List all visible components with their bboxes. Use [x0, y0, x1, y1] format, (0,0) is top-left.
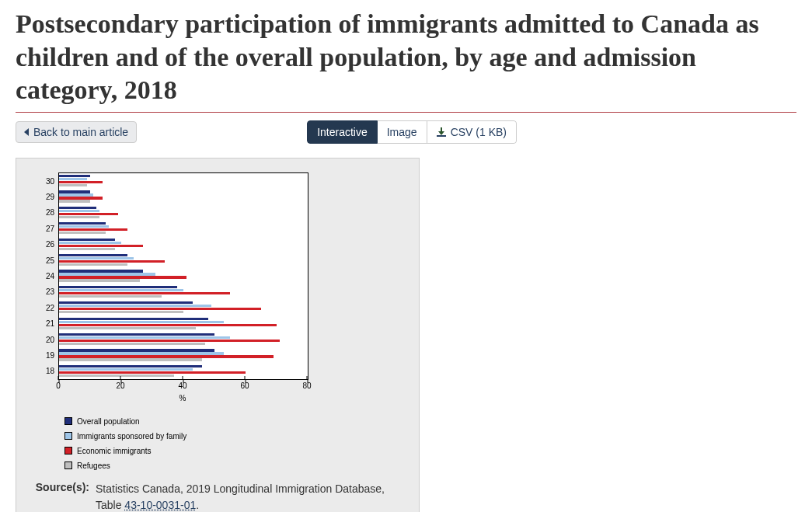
bar: [59, 321, 224, 323]
bar: [59, 213, 118, 215]
bar: [59, 374, 174, 377]
toolbar: Back to main article Interactive Image C…: [16, 120, 796, 144]
x-tick-mark: [245, 376, 246, 380]
bar: [59, 263, 127, 266]
bar: [59, 225, 109, 228]
bar: [59, 242, 121, 244]
bar: [59, 343, 205, 345]
x-tick-label: 0: [56, 381, 61, 390]
y-tick-label: 25: [46, 256, 54, 264]
bar: [59, 336, 230, 339]
bar: [59, 193, 93, 196]
page-title: Postsecondary participation of immigrant…: [16, 8, 796, 107]
bar: [59, 190, 90, 193]
bar: [59, 305, 211, 307]
chevron-left-icon: [24, 128, 29, 136]
bar: [59, 181, 103, 183]
bar: [59, 222, 106, 225]
bar: [59, 248, 115, 250]
bar: [59, 260, 165, 263]
bar: [59, 352, 224, 354]
legend-item-family: Immigrants sponsored by family: [64, 432, 408, 441]
x-tick-label: 80: [302, 381, 311, 390]
y-tick-label: 30: [46, 176, 54, 185]
bar: [59, 175, 90, 177]
download-icon: [437, 127, 446, 137]
y-tick-label: 29: [46, 193, 54, 201]
view-tabs: Interactive Image CSV (1 KB): [307, 120, 517, 144]
tab-csv[interactable]: CSV (1 KB): [427, 120, 517, 144]
y-tick-label: 19: [46, 350, 54, 359]
y-tick-label: 22: [46, 303, 54, 312]
y-tick-label: 20: [46, 335, 54, 343]
bar: [59, 349, 214, 351]
bar: [59, 301, 193, 304]
x-tick-mark: [120, 376, 121, 380]
bar: [59, 286, 177, 288]
bar: [59, 311, 183, 313]
bar: [59, 308, 261, 310]
bar: [59, 295, 162, 298]
bar: [59, 358, 202, 360]
bar: [59, 257, 134, 259]
source-text: Statistics Canada, 2019 Longitudinal Imm…: [96, 481, 391, 513]
bar: [59, 200, 90, 202]
chart-plot-area: 30292827262524232221201918: [58, 172, 308, 380]
bar: [59, 340, 280, 342]
chart-x-axis: % 020406080: [58, 380, 307, 406]
y-tick-label: 28: [46, 208, 54, 217]
chart-card: 30292827262524232221201918 % 020406080 O…: [16, 158, 420, 513]
bar: [59, 228, 127, 231]
bar: [59, 232, 106, 234]
y-tick-label: 23: [46, 287, 54, 296]
bar: [59, 270, 143, 272]
bar: [59, 279, 140, 281]
y-tick-label: 18: [46, 367, 54, 375]
bar: [59, 184, 87, 186]
source-label: Source(s):: [27, 481, 89, 513]
x-tick-mark: [183, 376, 183, 380]
bar: [59, 289, 183, 291]
tab-csv-label: CSV (1 KB): [451, 126, 507, 138]
legend-swatch-icon: [64, 461, 72, 469]
x-axis-title: %: [179, 394, 186, 402]
x-tick-label: 20: [116, 381, 124, 390]
legend-swatch-icon: [64, 432, 72, 440]
bar: [59, 273, 155, 275]
legend-item-overall: Overall population: [64, 417, 408, 426]
legend-label: Immigrants sponsored by family: [77, 432, 186, 441]
tab-interactive[interactable]: Interactive: [307, 120, 378, 144]
legend-swatch-icon: [64, 417, 72, 425]
bar: [59, 292, 230, 294]
bar: [59, 216, 99, 218]
x-tick-mark: [58, 376, 59, 380]
legend-label: Overall population: [77, 417, 140, 426]
bar: [59, 324, 277, 326]
bar: [59, 371, 246, 374]
y-tick-label: 26: [46, 240, 54, 249]
source-link[interactable]: 43-10-0031-01: [124, 499, 196, 511]
bar: [59, 318, 208, 320]
y-tick-label: 27: [46, 224, 54, 232]
legend-item-econ: Economic immigrants: [64, 447, 408, 455]
bar: [59, 245, 143, 247]
bar: [59, 178, 87, 180]
legend-item-ref: Refugees: [64, 461, 408, 470]
x-tick-label: 40: [178, 381, 186, 390]
back-button-label: Back to main article: [33, 126, 128, 138]
tab-image[interactable]: Image: [378, 120, 427, 144]
source-text-after: .: [196, 499, 199, 511]
bar: [59, 254, 127, 256]
bar: [59, 355, 274, 357]
bar: [59, 333, 214, 336]
back-button[interactable]: Back to main article: [16, 121, 137, 143]
y-tick-label: 21: [46, 319, 54, 328]
bar: [59, 210, 99, 212]
chart-source: Source(s): Statistics Canada, 2019 Longi…: [27, 481, 408, 513]
bar: [59, 239, 115, 241]
bar: [59, 276, 186, 278]
legend-label: Economic immigrants: [77, 447, 152, 455]
x-tick-label: 60: [240, 381, 249, 390]
chart-legend: Overall population Immigrants sponsored …: [64, 417, 408, 470]
bar: [59, 197, 103, 199]
